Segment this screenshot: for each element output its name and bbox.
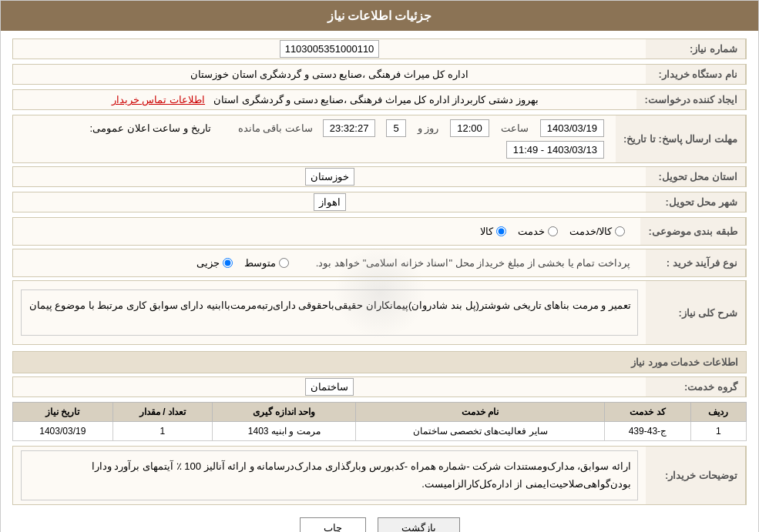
category-option-kala[interactable]: کالا	[480, 226, 506, 237]
purchase-radio-partial[interactable]	[223, 258, 233, 268]
cell-unit: مرمت و ابنیه 1403	[213, 422, 356, 441]
creator-text: بهروز دشتی کاربرداز اداره کل میراث فرهنگ…	[213, 94, 539, 105]
city-value: اهواز	[13, 192, 646, 212]
category-radio-kala-khadmat[interactable]	[615, 226, 625, 236]
buyer-label: نام دستگاه خریدار:	[646, 65, 746, 84]
category-label-kala-khadmat: کالا/خدمت	[569, 226, 613, 237]
response-label: مهلت ارسال پاسخ: تا تاریخ:	[616, 115, 746, 162]
creator-label: ایجاد کننده درخواست:	[636, 90, 746, 109]
response-time: 12:00	[450, 119, 489, 137]
city-row: شهر محل تحویل: اهواز	[12, 192, 747, 212]
service-group-box: ساختمان	[305, 378, 354, 396]
back-button[interactable]: بازگشت	[378, 517, 460, 532]
contact-link[interactable]: اطلاعات تماس خریدار	[112, 94, 205, 105]
category-row: طبقه بندی موضوعی: کالا/خدمت خدمت کالا	[12, 217, 747, 246]
purchase-label-medium: متوسط	[244, 257, 276, 269]
col-header-date: تاریخ نیاز	[13, 403, 113, 422]
buyer-notes-label: توضیحات خریدار:	[646, 447, 746, 504]
need-number-value: 1103005351000110	[13, 39, 646, 59]
cell-row: 1	[690, 422, 746, 441]
purchase-type-content: پرداخت تمام یا بخشی از مبلغ خریداز محل "…	[13, 249, 646, 276]
creator-row: ایجاد کننده درخواست: بهروز دشتی کاربرداز…	[12, 89, 747, 110]
province-value: خوزستان	[13, 167, 646, 186]
response-date: 1403/03/19	[540, 119, 604, 137]
category-label-kala: کالا	[480, 226, 493, 237]
category-option-khadmat[interactable]: خدمت	[518, 226, 558, 237]
cell-date: 1403/03/19	[13, 422, 113, 441]
need-number-label: شماره نیاز:	[646, 39, 746, 59]
province-label: استان محل تحویل:	[646, 167, 746, 186]
remaining-time: 23:32:27	[323, 119, 376, 137]
category-radio-khadmat[interactable]	[548, 226, 558, 236]
service-group-label: گروه خدمت:	[646, 377, 746, 396]
services-section-header: اطلاعات خدمات مورد نیاز	[12, 351, 747, 373]
bottom-buttons: بازگشت چاپ	[12, 508, 747, 532]
category-label: طبقه بندی موضوعی:	[640, 218, 746, 245]
buyer-notes-content: ارائه سوابق، مدارک‌ومستندات شرکت -شماره …	[13, 447, 646, 504]
response-content: 1403/03/19 ساعت 12:00 روز و 5 23:32:27 س…	[13, 115, 616, 162]
need-number-row: شماره نیاز: 1103005351000110	[12, 38, 747, 59]
service-group-value: ساختمان	[13, 377, 646, 396]
page-wrapper: جزئیات اطلاعات نیاز شماره نیاز: 11030053…	[0, 0, 759, 532]
col-header-row: ردیف	[690, 403, 746, 422]
city-label: شهر محل تحویل:	[646, 192, 746, 212]
description-text: تعمیر و مرمت بناهای تاریخی شوشتر(پل بند …	[21, 289, 638, 336]
cell-code: ج-43-439	[605, 422, 691, 441]
response-time-label: ساعت	[501, 122, 529, 134]
buyer-notes-row: توضیحات خریدار: ارائه سوابق، مدارک‌ومستن…	[12, 446, 747, 505]
col-header-unit: واحد اندازه گیری	[213, 403, 356, 422]
col-header-quantity: تعداد / مقدار	[113, 403, 212, 422]
cell-name: سایر فعالیت‌های تخصصی ساختمان	[356, 422, 605, 441]
cell-quantity: 1	[113, 422, 212, 441]
need-number-box: 1103005351000110	[280, 40, 380, 58]
purchase-type-label: نوع فرآیند خرید :	[646, 249, 746, 276]
category-radio-kala[interactable]	[496, 226, 506, 236]
province-row: استان محل تحویل: خوزستان	[12, 166, 747, 187]
category-content: کالا/خدمت خدمت کالا	[13, 218, 640, 245]
purchase-label-partial: جزیی	[196, 257, 220, 269]
description-label: شرح کلی نیاز:	[646, 281, 746, 344]
purchase-type-row: نوع فرآیند خرید : پرداخت تمام یا بخشی از…	[12, 249, 747, 277]
col-header-name: نام خدمت	[356, 403, 605, 422]
announce-date-value: 1403/03/13 - 11:49	[506, 141, 604, 159]
page-title: جزئیات اطلاعات نیاز	[327, 9, 432, 22]
category-option-kala-khadmat[interactable]: کالا/خدمت	[569, 226, 626, 237]
city-box: اهواز	[314, 193, 346, 211]
page-header: جزئیات اطلاعات نیاز	[1, 1, 758, 31]
content-area: شماره نیاز: 1103005351000110 نام دستگاه …	[1, 31, 758, 532]
creator-value: بهروز دشتی کاربرداز اداره کل میراث فرهنگ…	[13, 90, 636, 109]
services-table: ردیف کد خدمت نام خدمت واحد اندازه گیری ت…	[12, 402, 747, 441]
table-row: 1ج-43-439سایر فعالیت‌های تخصصی ساختمانمر…	[13, 422, 747, 441]
description-content: تعمیر و مرمت بناهای تاریخی شوشتر(پل بند …	[13, 281, 646, 344]
purchase-radio-group: پرداخت تمام یا بخشی از مبلغ خریداز محل "…	[21, 253, 638, 273]
description-row: شرح کلی نیاز: تعمیر و مرمت بناهای تاریخی…	[12, 280, 747, 345]
date-row: مهلت ارسال پاسخ: تا تاریخ: 1403/03/19 سا…	[12, 115, 747, 163]
purchase-option-partial[interactable]: جزیی	[196, 257, 233, 269]
purchase-radio-medium[interactable]	[279, 258, 289, 268]
category-label-khadmat: خدمت	[518, 226, 545, 237]
col-header-code: کد خدمت	[605, 403, 691, 422]
buyer-value: اداره کل میراث فرهنگی ،صنایع دستی و گردش…	[13, 65, 646, 84]
buyer-notes-text: ارائه سوابق، مدارک‌ومستندات شرکت -شماره …	[21, 450, 638, 500]
announce-date-label: تاریخ و ساعت اعلان عمومی:	[90, 122, 211, 134]
purchase-note: پرداخت تمام یا بخشی از مبلغ خریداز محل "…	[316, 257, 630, 269]
remaining-label: ساعت باقی مانده	[238, 122, 313, 134]
service-group-row: گروه خدمت: ساختمان	[12, 376, 747, 397]
response-day-label: روز و	[418, 122, 439, 134]
response-day: 5	[386, 119, 405, 137]
purchase-option-medium[interactable]: متوسط	[244, 257, 289, 269]
print-button[interactable]: چاپ	[300, 517, 366, 532]
buyer-row: نام دستگاه خریدار: اداره کل میراث فرهنگی…	[12, 64, 747, 85]
province-box: خوزستان	[305, 168, 354, 186]
category-radio-group: کالا/خدمت خدمت کالا	[21, 222, 633, 241]
